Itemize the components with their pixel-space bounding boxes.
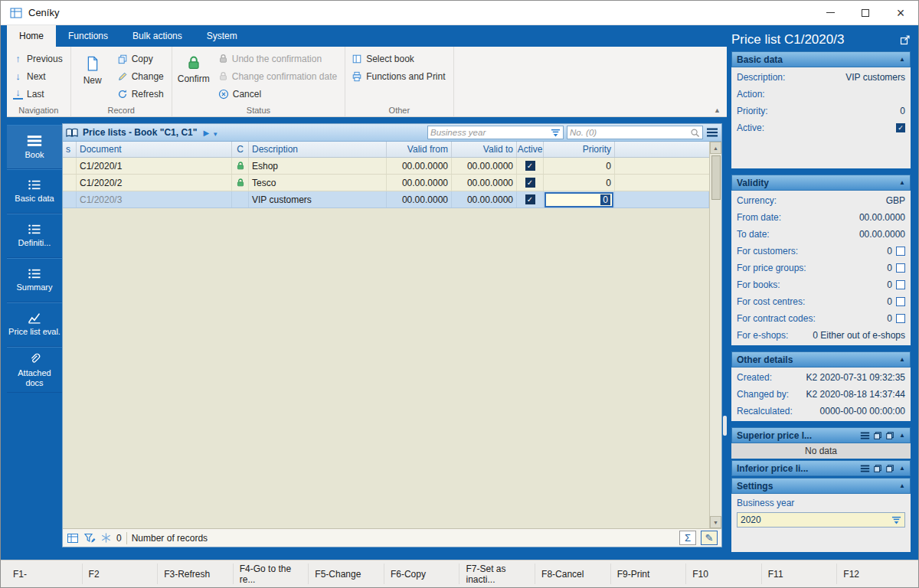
fn-key-f1[interactable]: F1- — [7, 564, 83, 584]
sum-button[interactable]: Σ — [679, 531, 696, 545]
column-header-active[interactable]: Active — [517, 142, 544, 157]
filter-dropdown-icon[interactable] — [551, 128, 561, 138]
hamburger-icon[interactable] — [860, 432, 870, 439]
for-cost-centres-checkbox[interactable] — [896, 297, 905, 306]
chevron-up-icon[interactable]: ▲ — [899, 432, 905, 439]
chevron-up-icon[interactable]: ▲ — [899, 56, 905, 63]
column-header-confirmed[interactable]: C — [232, 142, 249, 157]
column-header-s[interactable]: s — [63, 142, 77, 157]
section-header-basic-data[interactable]: Basic data ▲ — [731, 51, 911, 67]
browse-view-icon[interactable] — [67, 532, 79, 544]
section-header-inferior[interactable]: Inferior price li... ▲ — [731, 460, 911, 476]
fn-key-f5[interactable]: F5-Change — [309, 564, 384, 584]
tab-bulk-actions[interactable]: Bulk actions — [120, 25, 195, 47]
undock-icon[interactable] — [900, 34, 911, 45]
copy-icon[interactable] — [873, 431, 882, 440]
fn-key-f11[interactable]: F11 — [762, 564, 838, 584]
magnifier-icon[interactable] — [690, 128, 700, 138]
sidebar-item-basic-data[interactable]: Basic data — [7, 169, 62, 214]
fn-key-f6[interactable]: F6-Copy — [384, 564, 460, 584]
chevron-up-icon[interactable]: ▲ — [899, 179, 905, 186]
fn-key-f10[interactable]: F10 — [686, 564, 762, 584]
tab-functions[interactable]: Functions — [56, 25, 120, 47]
ribbon-collapse-chevron[interactable]: ▲ — [714, 106, 721, 114]
sidebar-item-book[interactable]: Book — [7, 125, 62, 169]
scrollbar-thumb[interactable] — [711, 155, 721, 200]
fn-key-f7[interactable]: F7-Set as inacti... — [460, 564, 535, 584]
fn-key-f3[interactable]: F3-Refresh — [158, 564, 234, 584]
copy-button[interactable]: Copy — [113, 50, 170, 67]
filter-edit-icon[interactable] — [83, 532, 96, 544]
copy-icon[interactable] — [885, 464, 894, 473]
for-customers-checkbox[interactable] — [896, 247, 905, 256]
business-year-select[interactable]: 2020 — [737, 512, 905, 528]
scroll-down-button[interactable]: ▼ — [710, 516, 721, 528]
for-contract-codes-checkbox[interactable] — [896, 314, 905, 323]
tab-system[interactable]: System — [195, 25, 250, 47]
cancel-button[interactable]: Cancel — [214, 85, 343, 103]
new-button[interactable]: New — [73, 50, 113, 104]
chevron-up-icon[interactable]: ▲ — [899, 356, 905, 363]
close-button[interactable]: × — [883, 1, 918, 24]
maximize-button[interactable] — [848, 1, 883, 24]
chevron-up-icon[interactable]: ▲ — [899, 482, 905, 489]
last-button[interactable]: ↓ Last — [8, 85, 69, 103]
confirm-button[interactable]: Confirm — [174, 50, 214, 104]
business-year-filter[interactable] — [427, 126, 564, 139]
sidebar-item-summary[interactable]: Summary — [7, 258, 62, 302]
active-checkbox[interactable] — [896, 123, 905, 132]
column-header-description[interactable]: Description — [249, 142, 387, 157]
chevron-up-icon[interactable]: ▲ — [899, 465, 905, 472]
fn-key-f4[interactable]: F4-Go to the re... — [234, 564, 309, 584]
number-input[interactable] — [570, 128, 688, 137]
section-header-superior[interactable]: Superior price l... ▲ — [731, 427, 911, 443]
active-checkbox[interactable] — [525, 178, 535, 188]
change-button[interactable]: Change — [113, 67, 170, 85]
functions-print-button[interactable]: Functions and Print — [347, 67, 451, 85]
active-checkbox[interactable] — [525, 194, 535, 204]
next-button[interactable]: ↓ Next — [8, 67, 69, 85]
select-book-button[interactable]: Select book — [347, 50, 451, 67]
change-confirmation-date-button[interactable]: Change confirmation date — [214, 67, 343, 85]
fn-key-f8[interactable]: F8-Cancel — [535, 564, 611, 584]
for-price-groups-checkbox[interactable] — [896, 263, 905, 273]
sidebar-item-attached-docs[interactable]: Attached docs — [7, 347, 62, 393]
vertical-scrollbar[interactable]: ▲ ▼ — [709, 142, 721, 528]
fn-key-f2[interactable]: F2 — [83, 564, 159, 584]
number-filter[interactable] — [567, 126, 703, 139]
refresh-button[interactable]: Refresh — [113, 85, 170, 103]
table-row[interactable]: C1/2020/1 Eshop 00.00.0000 00.00.0000 0 — [63, 158, 709, 175]
for-books-checkbox[interactable] — [896, 280, 905, 289]
scroll-up-button[interactable]: ▲ — [710, 142, 721, 154]
tab-home[interactable]: Home — [7, 25, 56, 47]
caret-down-icon[interactable]: ▼ — [212, 131, 218, 138]
column-header-valid-from[interactable]: Valid from — [387, 142, 452, 157]
active-checkbox[interactable] — [525, 161, 535, 171]
table-row-selected[interactable]: C1/2020/3 VIP customers 00.00.0000 00.00… — [63, 191, 709, 208]
sidebar-item-definitions[interactable]: Definiti... — [7, 214, 62, 258]
section-header-settings[interactable]: Settings ▲ — [731, 478, 911, 494]
edit-mode-indicator[interactable]: ✎ — [701, 531, 718, 545]
table-row[interactable]: C1/2020/2 Tesco 00.00.0000 00.00.0000 0 — [63, 175, 709, 191]
previous-button[interactable]: ↑ Previous — [8, 50, 69, 67]
column-header-priority[interactable]: Priority — [544, 142, 615, 157]
play-icon[interactable]: ▶ — [203, 129, 209, 137]
undo-confirmation-button[interactable]: Undo the confirmation — [214, 50, 343, 67]
copy-icon[interactable] — [873, 464, 882, 473]
fn-key-f9[interactable]: F9-Print — [611, 564, 687, 584]
hamburger-icon[interactable] — [860, 465, 870, 472]
hamburger-icon[interactable] — [706, 128, 718, 137]
section-header-other-details[interactable]: Other details ▲ — [731, 351, 911, 368]
sidebar-item-price-list-eval[interactable]: Price list eval. — [7, 302, 62, 347]
business-year-input[interactable] — [430, 128, 548, 137]
priority-edit-input[interactable]: 0 — [545, 192, 613, 207]
snowflake-icon[interactable] — [100, 532, 112, 544]
copy-icon[interactable] — [885, 431, 894, 440]
column-header-valid-to[interactable]: Valid to — [452, 142, 517, 157]
filter-dropdown-icon[interactable] — [891, 515, 901, 525]
priority-cell-editing[interactable]: 0 — [544, 191, 615, 207]
section-header-validity[interactable]: Validity ▲ — [731, 175, 911, 191]
fn-key-f12[interactable]: F12 — [837, 564, 912, 584]
column-header-document[interactable]: Document — [77, 142, 232, 157]
minimize-button[interactable] — [813, 1, 848, 24]
